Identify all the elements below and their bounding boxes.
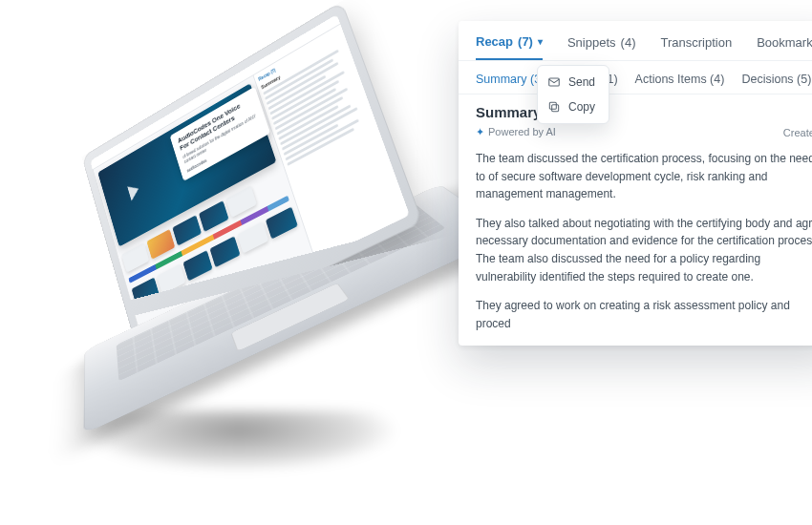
menu-send[interactable]: Send [538,70,609,94]
powered-by-ai: ✦Powered by AI [476,126,556,138]
created-label: Created: [783,127,812,138]
tab-recap[interactable]: Recap (7) ▾ [476,34,543,60]
send-icon [547,75,561,89]
copy-icon [547,100,561,114]
recap-subtabs: Summary (3) Outline (1) Outline Actions … [459,61,812,94]
svg-rect-1 [552,105,559,112]
primary-tabs: Recap (7) ▾ Snippets (4) Transcription B… [459,21,812,60]
summary-text: The team discussed the certification pro… [476,150,812,332]
recap-panel: Recap (7) ▾ Snippets (4) Transcription B… [459,21,812,346]
summary-heading: Summary [476,104,812,120]
summary-paragraph: They also talked about negotiating with … [476,215,812,285]
tab-bookmarks[interactable]: Bookmarks [757,34,812,60]
play-icon[interactable] [127,181,140,200]
tab-snippets[interactable]: Snippets (4) [567,34,636,60]
subtab-summary[interactable]: Summary (3) [476,73,545,94]
menu-copy[interactable]: Copy [538,94,609,119]
subtab-decisions[interactable]: Decisions (5) [741,73,811,94]
context-menu: Send Copy [537,65,609,124]
summary-paragraph: The team discussed the certification pro… [476,150,812,203]
chevron-down-icon: ▾ [538,36,543,47]
sparkle-icon: ✦ [476,126,484,137]
laptop: AudioCodes One VoiceFor Contact Centers … [76,57,439,420]
subtab-action-items[interactable]: Actions Items (4) [635,73,725,94]
svg-rect-2 [549,102,556,109]
summary-paragraph: They agreed to work on creating a risk a… [476,297,812,332]
tab-transcription[interactable]: Transcription [660,34,732,60]
